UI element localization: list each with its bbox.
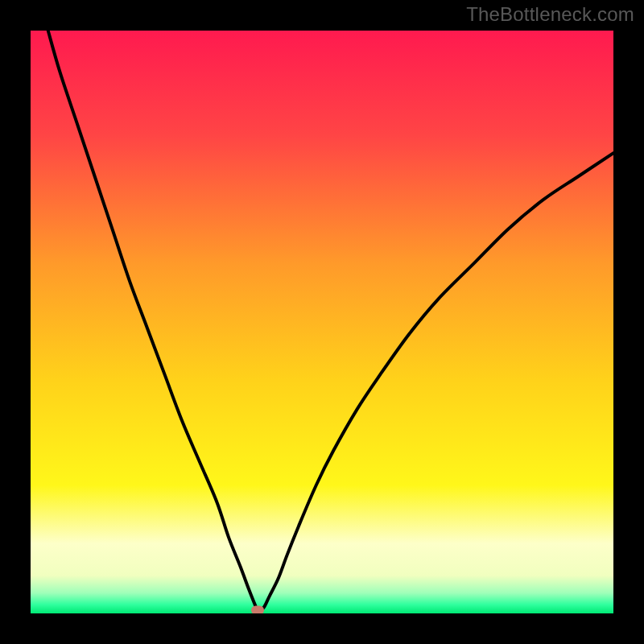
plot-area	[31, 31, 613, 613]
curve-layer	[31, 31, 613, 613]
watermark-text: TheBottleneck.com	[466, 3, 634, 26]
bottleneck-curve	[48, 31, 613, 611]
min-marker	[251, 605, 264, 613]
chart-frame: TheBottleneck.com	[0, 0, 644, 644]
